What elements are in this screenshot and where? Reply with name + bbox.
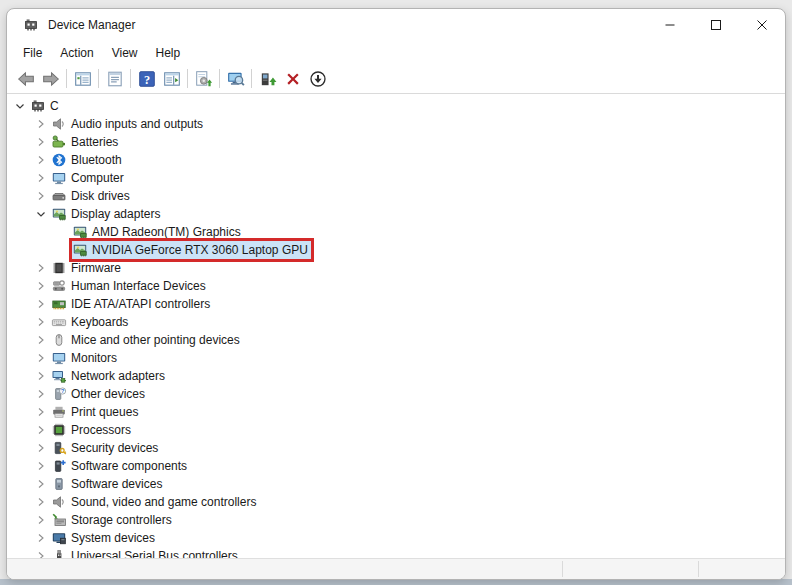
tree-row-bluetooth[interactable]: Bluetooth (7, 151, 785, 169)
tree-node[interactable]: Storage controllers (51, 511, 175, 529)
tree-row-batteries[interactable]: Batteries (7, 133, 785, 151)
tree-node[interactable]: Bluetooth (51, 151, 125, 169)
tree-row-mice-and-other-pointing-devices[interactable]: Mice and other pointing devices (7, 331, 785, 349)
tree-node[interactable]: Computer (51, 169, 127, 187)
tree-row-system-devices[interactable]: System devices (7, 529, 785, 547)
tree-node[interactable]: Sound, video and game controllers (51, 493, 259, 511)
tree-node[interactable]: Mice and other pointing devices (51, 331, 243, 349)
tree-node[interactable]: Monitors (51, 349, 120, 367)
chevron-right-icon[interactable] (33, 404, 49, 420)
tree-row-keyboards[interactable]: Keyboards (7, 313, 785, 331)
tree-row-sound-video-and-game-controllers[interactable]: Sound, video and game controllers (7, 493, 785, 511)
chevron-right-icon[interactable] (33, 134, 49, 150)
chevron-right-icon[interactable] (33, 332, 49, 348)
chevron-right-icon[interactable] (33, 530, 49, 546)
tree-row-processors[interactable]: Processors (7, 421, 785, 439)
action-pane-button[interactable] (159, 67, 184, 91)
tree-node[interactable]: Audio inputs and outputs (51, 115, 206, 133)
tree-row-software-components[interactable]: Software components (7, 457, 785, 475)
chevron-right-icon[interactable] (33, 116, 49, 132)
tree-node[interactable]: Print queues (51, 403, 141, 421)
tree-node[interactable]: AMD Radeon(TM) Graphics (72, 223, 244, 241)
tree-row-universal-serial-bus-controllers[interactable]: Universal Serial Bus controllers (7, 547, 785, 558)
tree-node[interactable]: Processors (51, 421, 134, 439)
tree-row-storage-controllers[interactable]: Storage controllers (7, 511, 785, 529)
chevron-right-icon[interactable] (33, 278, 49, 294)
chevron-right-icon[interactable] (33, 314, 49, 330)
tree-item-label: Audio inputs and outputs (71, 117, 203, 131)
tree-item-label: C (50, 99, 59, 113)
menu-file[interactable]: File (14, 43, 51, 63)
tree-node[interactable]: Security devices (51, 439, 161, 457)
tree-node[interactable]: Software devices (51, 475, 165, 493)
tree-item-label: Network adapters (71, 369, 165, 383)
title-bar: Device Manager (7, 9, 785, 41)
tree-row-computer[interactable]: Computer (7, 169, 785, 187)
disable-device-button[interactable] (305, 67, 330, 91)
chevron-right-icon[interactable] (33, 440, 49, 456)
chevron-right-icon[interactable] (33, 368, 49, 384)
console-tree-icon (74, 70, 92, 88)
tree-node[interactable]: Firmware (51, 259, 124, 277)
menu-help[interactable]: Help (147, 43, 190, 63)
tree-row-ide-ata-atapi-controllers[interactable]: IDE ATA/ATAPI controllers (7, 295, 785, 313)
menu-view[interactable]: View (103, 43, 147, 63)
chevron-right-icon[interactable] (33, 260, 49, 276)
tree-node[interactable]: IDE ATA/ATAPI controllers (51, 295, 213, 313)
chevron-right-icon[interactable] (33, 458, 49, 474)
tree-node[interactable]: Batteries (51, 133, 121, 151)
selected-device-highlight[interactable]: NVIDIA GeForce RTX 3060 Laptop GPU (72, 241, 311, 259)
chevron-right-icon[interactable] (33, 548, 49, 558)
tree-row-print-queues[interactable]: Print queues (7, 403, 785, 421)
properties-button[interactable] (102, 67, 127, 91)
menu-action[interactable]: Action (51, 43, 102, 63)
tree-node[interactable]: ?Other devices (51, 385, 148, 403)
tree-row-security-devices[interactable]: Security devices (7, 439, 785, 457)
tree-node[interactable]: Disk drives (51, 187, 133, 205)
scan-for-hardware-changes-button[interactable] (191, 67, 216, 91)
forward-button[interactable] (38, 67, 63, 91)
tree-node[interactable]: Display adapters (51, 205, 163, 223)
chevron-right-icon[interactable] (33, 494, 49, 510)
tree-row-other-devices[interactable]: ?Other devices (7, 385, 785, 403)
tree-node[interactable]: Keyboards (51, 313, 131, 331)
chevron-right-icon[interactable] (33, 512, 49, 528)
tree-row-software-devices[interactable]: Software devices (7, 475, 785, 493)
tree-row-audio-inputs-and-outputs[interactable]: Audio inputs and outputs (7, 115, 785, 133)
tree-row-human-interface-devices[interactable]: Human Interface Devices (7, 277, 785, 295)
chevron-down-icon[interactable] (12, 98, 28, 114)
chevron-right-icon[interactable] (33, 188, 49, 204)
chevron-down-icon[interactable] (33, 206, 49, 222)
chevron-right-icon[interactable] (33, 296, 49, 312)
chevron-right-icon[interactable] (33, 422, 49, 438)
chevron-right-icon[interactable] (33, 350, 49, 366)
tree-node[interactable]: Universal Serial Bus controllers (51, 547, 241, 558)
device-search-button[interactable] (223, 67, 248, 91)
help-button[interactable]: ? (134, 67, 159, 91)
tree-row-display-adapters[interactable]: Display adapters (7, 205, 785, 223)
back-button[interactable] (13, 67, 38, 91)
chevron-right-icon[interactable] (33, 476, 49, 492)
tree-row-network-adapters[interactable]: Network adapters (7, 367, 785, 385)
close-button[interactable] (739, 9, 785, 41)
tree-node[interactable]: System devices (51, 529, 158, 547)
uninstall-device-button[interactable] (280, 67, 305, 91)
show-console-tree-button[interactable] (70, 67, 95, 91)
tree-row-firmware[interactable]: Firmware (7, 259, 785, 277)
chevron-right-icon[interactable] (33, 386, 49, 402)
tree-node[interactable]: Software components (51, 457, 190, 475)
chevron-right-icon[interactable] (33, 152, 49, 168)
maximize-button[interactable] (693, 9, 739, 41)
update-driver-button[interactable] (255, 67, 280, 91)
minimize-button[interactable] (647, 9, 693, 41)
tree-row-c[interactable]: C (7, 97, 785, 115)
tree-node[interactable]: C (30, 97, 62, 115)
tree-row-monitors[interactable]: Monitors (7, 349, 785, 367)
tree-row-nvidia-geforce-rtx-3060-laptop-gpu[interactable]: NVIDIA GeForce RTX 3060 Laptop GPU (7, 241, 785, 259)
tree-item-label: Batteries (71, 135, 118, 149)
tree-node[interactable]: Human Interface Devices (51, 277, 209, 295)
tree-row-disk-drives[interactable]: Disk drives (7, 187, 785, 205)
tree-node[interactable]: Network adapters (51, 367, 168, 385)
tree-row-amd-radeon-tm-graphics[interactable]: AMD Radeon(TM) Graphics (7, 223, 785, 241)
chevron-right-icon[interactable] (33, 170, 49, 186)
